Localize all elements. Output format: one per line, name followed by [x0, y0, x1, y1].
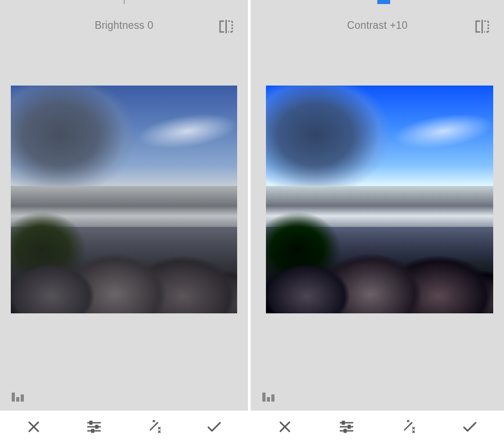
auto-fix-button[interactable] [392, 411, 424, 443]
editor-pane-left: Brightness 0 [0, 0, 251, 443]
photo-preview[interactable] [266, 86, 493, 313]
svg-rect-9 [90, 421, 92, 424]
svg-rect-21 [262, 393, 266, 402]
svg-rect-29 [342, 421, 344, 424]
cancel-button[interactable] [18, 411, 50, 443]
tune-button[interactable] [78, 411, 110, 443]
svg-rect-3 [21, 394, 24, 402]
svg-rect-30 [348, 425, 350, 428]
auto-fix-button[interactable] [138, 411, 170, 443]
histogram-icon[interactable] [12, 391, 27, 402]
svg-rect-11 [92, 429, 94, 432]
cancel-button[interactable] [269, 411, 301, 443]
svg-rect-10 [96, 425, 98, 428]
svg-line-13 [156, 423, 158, 425]
svg-rect-2 [16, 397, 19, 402]
tune-button[interactable] [331, 411, 362, 443]
svg-rect-23 [271, 394, 274, 402]
adjustment-label: Brightness 0 [94, 19, 153, 32]
svg-line-33 [410, 423, 412, 425]
header-row: Contrast +10 [251, 0, 504, 45]
histogram-icon[interactable] [262, 391, 278, 402]
canvas-area[interactable] [251, 45, 504, 443]
svg-rect-22 [267, 397, 270, 402]
apply-button[interactable] [198, 411, 230, 443]
apply-button[interactable] [454, 411, 486, 443]
photo-preview[interactable] [11, 86, 237, 313]
editor-pane-right: Contrast +10 [251, 0, 504, 443]
bottom-toolbar [0, 411, 248, 443]
svg-rect-1 [12, 393, 15, 402]
canvas-area[interactable] [0, 45, 248, 443]
header-row: Brightness 0 [0, 0, 248, 45]
bottom-toolbar [251, 411, 504, 443]
compare-icon[interactable] [218, 20, 234, 33]
svg-rect-31 [344, 429, 346, 432]
adjustment-label: Contrast +10 [347, 19, 408, 32]
compare-icon[interactable] [474, 20, 490, 33]
